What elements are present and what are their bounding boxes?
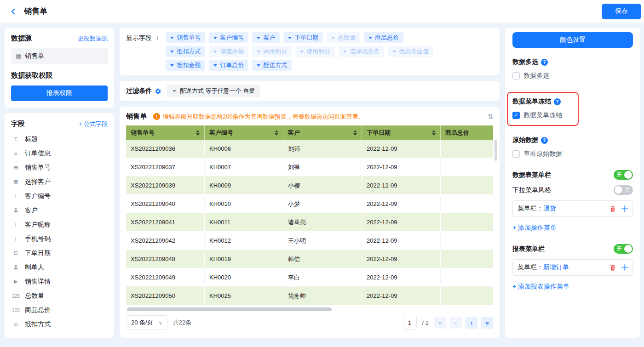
filter-card: 过滤条件 配送方式 等于任意一个 自提: [120, 81, 500, 101]
last-page-icon[interactable]: »: [481, 317, 493, 329]
report-menu-toggle[interactable]: 开: [614, 244, 633, 254]
field-item[interactable]: 制单人: [11, 260, 108, 274]
display-field-chip[interactable]: 下单日期: [283, 32, 323, 43]
report-permission-button[interactable]: 报表权限: [11, 85, 108, 101]
vertical-scrollbar[interactable]: [494, 140, 497, 161]
table-row[interactable]: XS20221209049KH0020李白2022-12-0953.7优惠: [126, 268, 493, 287]
display-field-chip[interactable]: 抵扣金额: [166, 60, 205, 71]
display-field-chip[interactable]: 订单总价: [209, 60, 248, 71]
menu-item-link[interactable]: 退货: [543, 205, 556, 213]
scrollbar-thumb[interactable]: [127, 307, 332, 311]
first-page-icon[interactable]: «: [434, 317, 446, 329]
color-settings-button[interactable]: 颜色设置: [512, 32, 633, 48]
display-field-chip[interactable]: 配送方式: [252, 60, 292, 71]
table-cell: 258.8: [441, 232, 494, 250]
display-field-chip[interactable]: 优惠券面值: [388, 46, 433, 57]
help-icon[interactable]: [541, 59, 548, 66]
table-cell: XS20221209040: [126, 195, 205, 213]
sort-icon[interactable]: [432, 130, 436, 136]
display-field-chip[interactable]: 客户: [252, 32, 280, 43]
horizontal-scrollbar[interactable]: [127, 307, 492, 311]
move-icon[interactable]: [621, 205, 628, 212]
dropdown-style-toggle[interactable]: 关: [614, 185, 633, 195]
back-icon[interactable]: [8, 6, 18, 17]
filter-condition-chip[interactable]: 配送方式 等于任意一个 自提: [167, 85, 260, 97]
gear-icon[interactable]: [155, 88, 161, 95]
table-menu-toggle[interactable]: 开: [614, 170, 633, 180]
table-cell: KH0009: [205, 176, 283, 195]
field-item[interactable]: ▦选择客户: [11, 175, 108, 189]
display-field-chip[interactable]: 总数量: [327, 32, 360, 43]
column-header[interactable]: 客户: [283, 125, 362, 140]
chevron-down-icon: [300, 51, 304, 53]
field-item[interactable]: I客户编号: [11, 189, 108, 203]
table-menu-section: 数据表菜单栏 开 下拉菜单风格 关 菜单栏： 退货: [512, 170, 633, 232]
column-header[interactable]: 销售单号: [126, 125, 205, 140]
column-header[interactable]: 下单日期: [362, 125, 441, 140]
column-header[interactable]: 客户编号: [205, 125, 283, 140]
pagination-bar: 20 条/页 共22条 1 / 2 «‹›»: [126, 315, 493, 330]
checkbox-icon[interactable]: [512, 150, 520, 158]
field-item[interactable]: 123总数量: [11, 289, 108, 303]
prev-page-icon[interactable]: ‹: [450, 317, 462, 329]
sort-tool-icon[interactable]: [487, 113, 493, 121]
next-page-icon[interactable]: ›: [466, 317, 477, 329]
help-icon[interactable]: [554, 98, 561, 105]
display-field-chip[interactable]: 选择优惠券: [339, 46, 384, 57]
checkbox-icon[interactable]: [512, 72, 520, 80]
sort-icon[interactable]: [353, 130, 357, 136]
field-label: 抵扣方式: [25, 320, 51, 329]
display-field-chip[interactable]: 储值余额: [209, 46, 248, 57]
field-item[interactable]: ⊟下单日期: [11, 246, 108, 260]
field-item[interactable]: 123商品总价: [11, 303, 108, 317]
datasource-item[interactable]: ▦ 销售单: [11, 48, 108, 64]
add-operation-menu-link[interactable]: + 添加操作菜单: [512, 224, 557, 232]
display-field-chip[interactable]: 使用积分: [295, 46, 335, 57]
multi-select-checkbox-row[interactable]: 数据多选: [512, 72, 633, 80]
delete-icon[interactable]: [610, 205, 616, 212]
raw-data-checkbox-row[interactable]: 查看原始数据: [512, 150, 633, 158]
field-item[interactable]: T标题: [11, 132, 108, 146]
move-icon[interactable]: [621, 264, 628, 271]
field-item[interactable]: ⊙抵扣方式: [11, 317, 108, 331]
delete-icon[interactable]: [610, 264, 616, 271]
field-item[interactable]: I客户昵称: [11, 217, 108, 232]
sort-icon[interactable]: [275, 130, 278, 136]
field-label: 手机号码: [25, 235, 51, 243]
display-field-chip[interactable]: 剩余积分: [252, 46, 292, 57]
chevron-down-icon: [368, 37, 372, 39]
display-field-chip[interactable]: 客户编号: [209, 32, 248, 43]
table-row[interactable]: XS20221209040KH0010小梦2022-12-0990无抵: [126, 195, 493, 213]
table-row[interactable]: XS20221209041KH0011诸葛亮2022-12-09248.6无抵: [126, 213, 493, 232]
multi-select-heading: 数据多选: [512, 58, 538, 66]
field-item[interactable]: ▶销售详情: [11, 274, 108, 289]
menu-freeze-checkbox-row[interactable]: 数据菜单冻结: [512, 111, 562, 119]
table-row[interactable]: XS20221209042KH0012王小明2022-12-09258.8无抵: [126, 232, 493, 250]
chevron-down-icon: [213, 37, 217, 39]
add-report-menu-link[interactable]: + 添加报表操作菜单: [512, 283, 569, 291]
add-display-field-button[interactable]: +: [155, 34, 159, 71]
change-datasource-link[interactable]: 更改数据源: [78, 34, 108, 43]
save-button[interactable]: 保存: [602, 4, 641, 19]
field-item[interactable]: 客户: [11, 203, 108, 217]
display-field-chip[interactable]: 销售单号: [166, 32, 205, 43]
table-row[interactable]: XS20221209037KH0007刘禅2022-12-0930.6优惠: [126, 158, 493, 176]
menu-item-link[interactable]: 新增订单: [543, 263, 569, 272]
field-item[interactable]: ≡订单信息: [11, 146, 108, 160]
add-formula-field-link[interactable]: + 公式字段: [79, 120, 108, 128]
current-page-input[interactable]: 1: [403, 316, 417, 330]
page-size-select[interactable]: 20 条/页: [126, 315, 167, 330]
sort-icon[interactable]: [196, 130, 200, 136]
table-row[interactable]: XS20221209048KH0019韩信2022-12-0950.6无抵: [126, 250, 493, 268]
checkbox-icon[interactable]: [512, 112, 520, 119]
table-cell: 50.6: [441, 250, 494, 268]
display-field-chip[interactable]: 抵扣方式: [166, 46, 205, 57]
help-icon[interactable]: [541, 137, 548, 144]
column-header[interactable]: 商品总价: [441, 125, 494, 140]
field-item[interactable]: I手机号码: [11, 232, 108, 246]
table-row[interactable]: XS20221209039KH0009小樱2022-12-0933.8优惠: [126, 176, 493, 195]
field-item[interactable]: ▤销售单号: [11, 160, 108, 175]
table-row[interactable]: XS20221209036KH0006刘邦2022-12-0926.5优惠: [126, 140, 493, 158]
table-row[interactable]: XS20221209050KH0025简务帅2022-12-0913.8积分: [126, 287, 493, 305]
display-field-chip[interactable]: 商品总价: [364, 32, 403, 43]
